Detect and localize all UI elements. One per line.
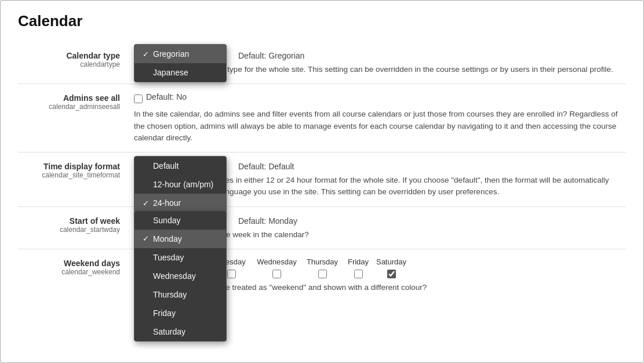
label-start-week: Start of week calendar_startwday xyxy=(18,215,134,234)
check-icon-12hour xyxy=(143,180,150,189)
dropdown-item-label-12hour: 12-hour (am/pm) xyxy=(153,180,213,189)
page-container: Calendar Calendar type calendartype ✓ Gr… xyxy=(0,0,644,363)
dropdown-item-label-thursday: Thursday xyxy=(153,290,187,299)
check-icon-tuesday xyxy=(143,253,150,262)
dropdown-item-saturday[interactable]: Saturday xyxy=(134,322,226,341)
dropdown-item-label-default: Default xyxy=(153,161,179,170)
dropdown-start-week[interactable]: Sunday ✓ Monday Tuesday Wednesday Thursd… xyxy=(134,210,227,342)
checkbox-tuesday[interactable] xyxy=(227,270,236,278)
check-icon-24hour: ✓ xyxy=(143,199,150,208)
check-col-thursday xyxy=(301,270,343,278)
label-calendar-type: Calendar type calendartype xyxy=(18,50,134,68)
checkbox-admins[interactable] xyxy=(134,95,143,103)
check-icon-gregorian: ✓ xyxy=(143,50,150,59)
row-weekend-days: Weekend days calendar_weekend Sunday Mon… xyxy=(18,249,626,302)
check-icon-japanese xyxy=(143,68,150,77)
dropdown-item-label-sunday: Sunday xyxy=(153,216,180,225)
checkbox-thursday[interactable] xyxy=(318,270,327,278)
check-icon-monday: ✓ xyxy=(143,234,150,243)
label-sub-weekend: calendar_weekend xyxy=(18,268,120,276)
default-admins: Default: No xyxy=(146,92,187,101)
label-sub-calendar-type: calendartype xyxy=(18,60,120,68)
label-time-display: Time display format calendar_site_timefo… xyxy=(18,161,134,179)
row-admins-see-all: Admins see all calendar_adminseesall Def… xyxy=(18,84,626,153)
check-icon-default xyxy=(143,162,150,170)
dropdown-item-label-tuesday: Tuesday xyxy=(153,253,184,262)
dropdown-item-gregorian[interactable]: ✓ Gregorian xyxy=(134,45,226,63)
dropdown-item-sunday[interactable]: Sunday xyxy=(134,211,226,230)
label-main-admins: Admins see all xyxy=(18,93,120,103)
dropdown-calendar-type[interactable]: ✓ Gregorian Japanese xyxy=(134,44,227,82)
label-admins-see-all: Admins see all calendar_adminseesall xyxy=(18,92,134,111)
content-time-display: Default 12-hour (am/pm) ✓ 24-hour Defaul… xyxy=(134,161,626,198)
check-icon-friday xyxy=(143,308,150,317)
label-main-startweek: Start of week xyxy=(18,216,120,226)
check-col-saturday xyxy=(373,270,409,278)
default-calendar-type: Default: Gregorian xyxy=(238,51,626,60)
row-start-week: Start of week calendar_startwday Sunday … xyxy=(18,207,626,249)
dropdown-item-label-24hour: 24-hour xyxy=(153,198,181,208)
content-admins-see-all: Default: No In the site calendar, do adm… xyxy=(134,92,626,144)
dropdown-item-japanese[interactable]: Japanese xyxy=(134,63,226,82)
desc-admins: In the site calendar, do admins see and … xyxy=(134,108,626,144)
check-icon-wednesday xyxy=(143,271,150,280)
content-start-week: Sunday ✓ Monday Tuesday Wednesday Thursd… xyxy=(134,215,626,241)
dropdown-item-label-gregorian: Gregorian xyxy=(153,49,189,59)
dropdown-item-wednesday[interactable]: Wednesday xyxy=(134,267,226,285)
check-icon-thursday xyxy=(143,290,150,299)
check-icon-sunday xyxy=(143,216,150,224)
check-col-friday xyxy=(343,270,373,278)
page-title: Calendar xyxy=(18,12,626,30)
default-start-week: Default: Monday xyxy=(238,216,626,226)
day-header-thursday: Thursday xyxy=(301,257,343,266)
dropdown-item-label-wednesday: Wednesday xyxy=(153,271,196,281)
checkbox-saturday[interactable] xyxy=(387,270,396,278)
dropdown-item-label-saturday: Saturday xyxy=(153,327,185,336)
label-sub-admins: calendar_adminseesall xyxy=(18,103,120,111)
check-col-wednesday xyxy=(252,270,301,278)
row-time-display: Time display format calendar_site_timefo… xyxy=(18,153,626,207)
dropdown-time-format[interactable]: Default 12-hour (am/pm) ✓ 24-hour xyxy=(134,156,227,213)
day-header-friday: Friday xyxy=(343,257,373,266)
dropdown-item-12hour[interactable]: 12-hour (am/pm) xyxy=(134,175,226,194)
label-sub-startweek: calendar_startwday xyxy=(18,226,120,234)
dropdown-item-label-japanese: Japanese xyxy=(153,68,188,77)
dropdown-item-label-friday: Friday xyxy=(153,308,176,318)
label-main-weekend: Weekend days xyxy=(18,259,120,268)
dropdown-item-monday[interactable]: ✓ Monday xyxy=(134,230,226,248)
dropdown-item-default[interactable]: Default xyxy=(134,157,226,175)
content-calendar-type: ✓ Gregorian Japanese Default: Gregorian … xyxy=(134,50,626,75)
default-time-format: Default: Default xyxy=(238,162,626,171)
day-header-saturday: Saturday xyxy=(373,257,409,266)
day-header-wednesday: Wednesday xyxy=(252,257,301,266)
checkbox-wednesday[interactable] xyxy=(272,270,281,278)
row-calendar-type: Calendar type calendartype ✓ Gregorian J… xyxy=(18,42,626,84)
dropdown-item-tuesday[interactable]: Tuesday xyxy=(134,248,226,267)
label-main-time: Time display format xyxy=(18,162,120,171)
checkbox-row-admins: Default: No xyxy=(134,92,626,105)
label-weekend-days: Weekend days calendar_weekend xyxy=(18,257,134,276)
label-main-calendar-type: Calendar type xyxy=(18,51,120,60)
dropdown-item-thursday[interactable]: Thursday xyxy=(134,285,226,304)
dropdown-item-24hour[interactable]: ✓ 24-hour xyxy=(134,194,226,212)
dropdown-item-label-monday: Monday xyxy=(153,234,182,244)
label-sub-time: calendar_site_timeformat xyxy=(18,171,120,179)
check-icon-saturday xyxy=(143,327,150,336)
dropdown-item-friday[interactable]: Friday xyxy=(134,304,226,322)
checkbox-friday[interactable] xyxy=(354,270,363,278)
